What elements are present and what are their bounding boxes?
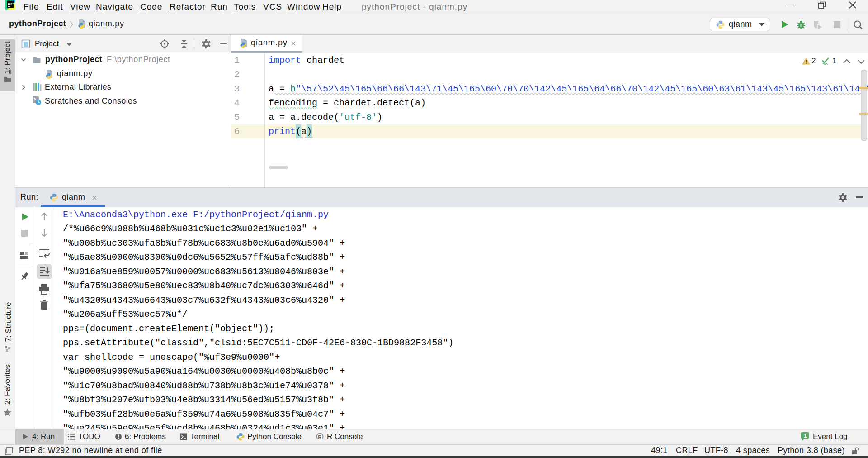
svg-text:PC: PC [8,1,14,6]
svg-text:1: 1 [804,433,807,439]
svg-text:R: R [318,434,322,440]
